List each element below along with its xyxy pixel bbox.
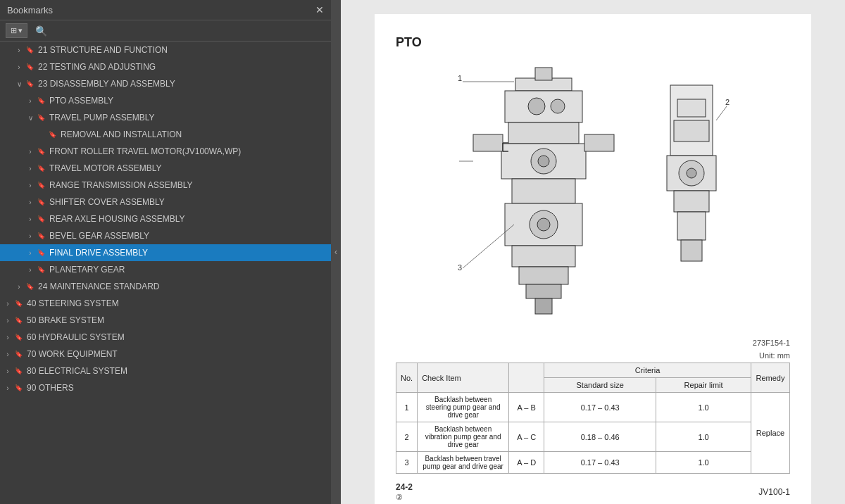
bookmark-item-s21[interactable]: ›🔖21 STRUCTURE AND FUNCTION <box>0 42 331 58</box>
svg-rect-34 <box>677 212 706 240</box>
bookmark-icon: 🔖 <box>24 283 35 290</box>
expand-arrow-icon: › <box>25 182 35 189</box>
expand-arrow-icon: › <box>25 199 35 206</box>
bookmark-item-fda[interactable]: ›🔖FINAL DRIVE ASSEMBLY <box>0 244 331 261</box>
expand-arrow-icon: › <box>3 334 13 341</box>
cell-check: Backlash between travel pump gear and dr… <box>418 452 509 474</box>
bookmark-icon: 🔖 <box>35 182 46 189</box>
document-title: PTO <box>396 35 790 50</box>
diagram-area: 1 3 2 <box>396 64 790 325</box>
bookmark-item-sca[interactable]: ›🔖SHIFTER COVER ASSEMBLY <box>0 194 331 210</box>
bookmark-item-s80[interactable]: ›🔖80 ELECTRICAL SYSTEM <box>0 363 331 379</box>
bookmark-item-rem[interactable]: 🔖REMOVAL AND INSTALLATION <box>0 126 331 143</box>
bookmark-label: 24 MAINTENANCE STANDARD <box>38 282 328 291</box>
bookmark-item-tpa[interactable]: ∨🔖TRAVEL PUMP ASSEMBLY <box>0 109 331 126</box>
expand-arrow-icon: › <box>25 165 35 172</box>
bookmark-item-rta[interactable]: ›🔖RANGE TRANSMISSION ASSEMBLY <box>0 177 331 194</box>
data-table: No. Check Item Criteria Remedy Standard … <box>396 363 790 474</box>
bookmark-label: 50 BRAKE SYSTEM <box>27 315 328 325</box>
svg-text:3: 3 <box>458 263 462 272</box>
bookmark-item-s40[interactable]: ›🔖40 STEERING SYSTEM <box>0 295 331 312</box>
collapse-panel-handle[interactable]: ‹ <box>331 0 341 504</box>
table-row: 2Backlash between vibration pump gear an… <box>396 422 790 452</box>
table-body: 1Backlash between steering pump gear and… <box>396 393 790 474</box>
bookmark-item-s90[interactable]: ›🔖90 OTHERS <box>0 379 331 396</box>
col-range <box>509 363 544 393</box>
bookmark-label: 60 HYDRAULIC SYSTEM <box>27 332 328 342</box>
bookmark-icon: 🔖 <box>35 97 46 104</box>
cell-no: 1 <box>396 393 418 422</box>
svg-rect-9 <box>512 179 575 203</box>
expand-arrow-icon: › <box>25 97 35 105</box>
bookmark-icon: 🔖 <box>46 131 58 138</box>
collapse-arrow-icon: ‹ <box>334 247 337 257</box>
expand-arrow-icon: › <box>3 367 13 375</box>
expand-arrow-icon: › <box>14 283 24 291</box>
document-page: PTO <box>375 14 811 504</box>
bookmark-item-rha[interactable]: ›🔖REAR AXLE HOUSING ASSEMBLY <box>0 210 331 227</box>
svg-rect-33 <box>674 191 709 212</box>
bookmark-item-s70[interactable]: ›🔖70 WORK EQUIPMENT <box>0 346 331 363</box>
bookmark-item-s50[interactable]: ›🔖50 BRAKE SYSTEM <box>0 312 331 329</box>
bookmark-icon: 🔖 <box>35 165 46 172</box>
bookmark-icon: 🔖 <box>13 334 24 341</box>
bookmark-label: 70 WORK EQUIPMENT <box>27 349 328 359</box>
bookmark-icon: 🔖 <box>35 114 46 121</box>
bookmark-label: TRAVEL PUMP ASSEMBLY <box>49 113 328 122</box>
svg-rect-15 <box>526 284 561 298</box>
expand-arrow-icon: › <box>25 266 35 274</box>
bookmark-icon: 🔖 <box>24 63 35 70</box>
cell-standard: 0.18 – 0.46 <box>544 422 656 452</box>
bookmark-tree: ›🔖21 STRUCTURE AND FUNCTION›🔖22 TESTING … <box>0 42 331 504</box>
dropdown-arrow: ▾ <box>18 26 23 35</box>
cell-no: 3 <box>396 452 418 474</box>
expand-arrow-icon: › <box>25 249 35 257</box>
cell-no: 2 <box>396 422 418 452</box>
bookmark-label: 40 STEERING SYSTEM <box>27 298 328 308</box>
cell-standard: 0.17 – 0.43 <box>544 393 656 422</box>
bookmark-item-plg[interactable]: ›🔖PLANETARY GEAR <box>0 261 331 278</box>
page-number: 24-2 ② <box>396 482 413 502</box>
bookmark-icon: 🔖 <box>24 80 35 87</box>
bookmark-item-tma[interactable]: ›🔖TRAVEL MOTOR ASSEMBLY <box>0 160 331 177</box>
bookmark-item-pto[interactable]: ›🔖PTO ASSEMBLY <box>0 92 331 109</box>
close-button[interactable]: ✕ <box>315 4 324 15</box>
bookmark-icon: 🔖 <box>35 199 46 206</box>
bookmark-label: RANGE TRANSMISSION ASSEMBLY <box>49 180 328 190</box>
cell-check: Backlash between steering pump gear and … <box>418 393 509 422</box>
col-remedy: Remedy <box>751 363 790 393</box>
bookmark-item-bga[interactable]: ›🔖BEVEL GEAR ASSEMBLY <box>0 227 331 244</box>
table-row: 3Backlash between travel pump gear and d… <box>396 452 790 474</box>
cell-range: A – B <box>509 393 544 422</box>
bookmark-item-s22[interactable]: ›🔖22 TESTING AND ADJUSTING <box>0 58 331 75</box>
expand-arrow-icon: › <box>25 215 35 223</box>
cell-repair: 1.0 <box>656 452 751 474</box>
svg-rect-17 <box>473 134 503 151</box>
expand-arrow-icon: › <box>25 232 35 240</box>
table-header-row: No. Check Item Criteria Remedy <box>396 363 790 378</box>
col-no: No. <box>396 363 418 393</box>
svg-rect-14 <box>519 267 568 284</box>
bookmark-item-s23[interactable]: ∨🔖23 DISASSEMBLY AND ASSEMBLY <box>0 75 331 92</box>
bookmark-item-s24[interactable]: ›🔖24 MAINTENANCE STANDARD <box>0 278 331 295</box>
svg-text:2: 2 <box>725 98 730 106</box>
cell-remedy: Replace <box>751 393 790 474</box>
toolbar: ⊞ ▾ 🔍 <box>0 20 331 42</box>
unit-label: Unit: mm <box>396 351 790 360</box>
expand-arrow-icon: › <box>14 63 24 71</box>
search-bookmark-button[interactable]: 🔍 <box>32 24 51 38</box>
svg-point-12 <box>537 218 550 231</box>
side-diagram: 2 <box>649 64 734 325</box>
bookmark-label: 22 TESTING AND ADJUSTING <box>38 62 328 72</box>
page-number-sub: ② <box>396 493 403 501</box>
bookmark-label: 80 ELECTRICAL SYSTEM <box>27 366 328 376</box>
svg-point-32 <box>687 168 696 178</box>
bookmark-item-frm[interactable]: ›🔖FRONT ROLLER TRAVEL MOTOR(JV100WA,WP) <box>0 143 331 160</box>
bookmark-icon: 🔖 <box>24 46 35 53</box>
svg-point-4 <box>551 99 565 113</box>
bookmark-label: FRONT ROLLER TRAVEL MOTOR(JV100WA,WP) <box>49 146 328 156</box>
bookmark-item-s60[interactable]: ›🔖60 HYDRAULIC SYSTEM <box>0 329 331 346</box>
svg-text:1: 1 <box>458 74 462 82</box>
svg-point-8 <box>538 156 549 167</box>
view-dropdown-button[interactable]: ⊞ ▾ <box>6 23 27 38</box>
